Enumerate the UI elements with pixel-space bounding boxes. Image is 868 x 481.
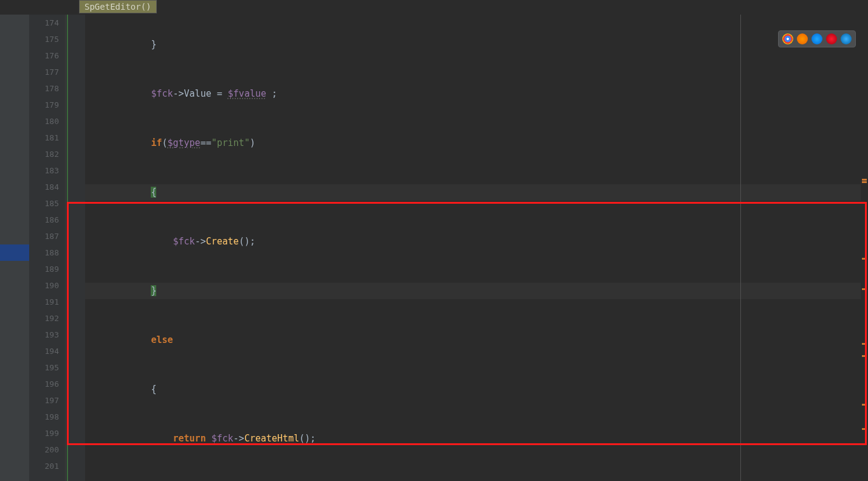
op: -> — [173, 88, 184, 99]
indent — [85, 187, 151, 198]
line-number[interactable]: 195 — [29, 359, 65, 376]
indent — [85, 433, 173, 444]
line-number[interactable]: 200 — [29, 441, 65, 458]
keyword: return — [173, 433, 212, 444]
line-number[interactable]: 197 — [29, 392, 65, 409]
property: Value — [184, 88, 212, 99]
function: Create — [206, 236, 239, 247]
line-number[interactable]: 191 — [29, 294, 65, 310]
line-number[interactable]: 198 — [29, 409, 65, 425]
warning-marker[interactable] — [862, 181, 867, 183]
safari-icon[interactable] — [811, 33, 822, 44]
indent — [85, 334, 151, 345]
error-stripe[interactable] — [861, 15, 868, 481]
variable: $gtype — [167, 137, 200, 148]
line-number[interactable]: 186 — [29, 212, 65, 228]
op: (); — [239, 236, 255, 247]
line-number[interactable]: 183 — [29, 162, 65, 179]
line-number[interactable]: 193 — [29, 327, 65, 343]
brace: } — [151, 39, 156, 50]
op: -> — [233, 433, 244, 444]
line-number[interactable]: 181 — [29, 130, 65, 146]
indent — [85, 39, 151, 50]
change-marker-bar — [67, 15, 68, 481]
brace: { — [151, 384, 156, 395]
variable: $fvalue — [228, 88, 266, 99]
editor-top-bar: SpGetEditor() — [0, 0, 868, 15]
line-number[interactable]: 177 — [29, 64, 65, 80]
op: -> — [195, 236, 206, 247]
line-number[interactable]: 184 — [29, 179, 65, 195]
chrome-icon[interactable] — [782, 33, 793, 44]
code-line[interactable]: $fck->Value = $fvalue ; — [85, 86, 868, 102]
variable: $fck — [173, 236, 195, 247]
code-line[interactable]: else — [85, 332, 868, 348]
line-number[interactable]: 187 — [29, 228, 65, 244]
line-number[interactable]: 199 — [29, 425, 65, 441]
line-number[interactable]: 178 — [29, 80, 65, 97]
indent — [85, 88, 151, 99]
line-number[interactable]: 188 — [29, 244, 65, 261]
opera-icon[interactable] — [826, 33, 837, 44]
browser-preview-toolbar[interactable] — [778, 30, 856, 47]
code-area[interactable]: } $fck->Value = $fvalue ; if($gtype=="pr… — [85, 15, 868, 481]
warning-marker[interactable] — [862, 355, 867, 357]
code-line[interactable]: if($gtype=="print") — [85, 135, 868, 151]
indent — [85, 236, 173, 247]
line-number[interactable]: 192 — [29, 310, 65, 327]
firefox-icon[interactable] — [797, 33, 808, 44]
code-line[interactable]: } — [85, 36, 868, 53]
code-line[interactable]: { — [85, 184, 868, 201]
indent — [85, 384, 151, 395]
op: (); — [299, 433, 315, 444]
code-line[interactable]: $fck->Create(); — [85, 234, 868, 250]
warning-marker[interactable] — [862, 179, 867, 181]
fold-column[interactable] — [66, 15, 85, 481]
line-number[interactable]: 179 — [29, 97, 65, 113]
op: ; — [266, 88, 277, 99]
brace-matched: } — [151, 285, 156, 296]
indent — [85, 137, 151, 148]
keyword: if — [151, 137, 162, 148]
warning-marker[interactable] — [862, 258, 867, 260]
op: == — [201, 137, 212, 148]
ie-icon[interactable] — [841, 33, 852, 44]
left-well — [0, 15, 29, 481]
variable: $fck — [151, 88, 173, 99]
keyword: else — [151, 334, 173, 345]
line-number[interactable]: 194 — [29, 343, 65, 359]
warning-marker[interactable] — [862, 343, 867, 345]
caret-line-marker — [0, 244, 29, 261]
gutter[interactable]: 174 175 176 177 178 179 180 181 182 183 … — [29, 15, 66, 481]
indent — [85, 285, 151, 296]
line-number[interactable]: 201 — [29, 458, 65, 474]
op: ) — [250, 137, 255, 148]
line-number[interactable]: 175 — [29, 31, 65, 47]
line-number[interactable]: 190 — [29, 277, 65, 294]
line-number[interactable]: 180 — [29, 113, 65, 130]
op: = — [212, 88, 228, 99]
variable: $fck — [212, 433, 233, 444]
code-line[interactable]: } — [85, 283, 868, 299]
function: CreateHtml — [244, 433, 299, 444]
warning-marker[interactable] — [862, 404, 867, 406]
line-number[interactable]: 174 — [29, 15, 65, 31]
warning-marker[interactable] — [862, 428, 867, 430]
code-line[interactable]: { — [85, 381, 868, 398]
line-number[interactable]: 196 — [29, 376, 65, 392]
warning-marker[interactable] — [862, 288, 867, 290]
right-margin-guide — [740, 15, 741, 481]
code-line[interactable]: return $fck->CreateHtml(); — [85, 431, 868, 447]
brace-matched: { — [151, 187, 156, 198]
line-number[interactable]: 189 — [29, 261, 65, 277]
line-number[interactable]: 182 — [29, 146, 65, 162]
string: "print" — [212, 137, 250, 148]
line-number[interactable]: 176 — [29, 47, 65, 64]
line-number[interactable]: 185 — [29, 195, 65, 212]
breadcrumb-function[interactable]: SpGetEditor() — [79, 0, 157, 13]
